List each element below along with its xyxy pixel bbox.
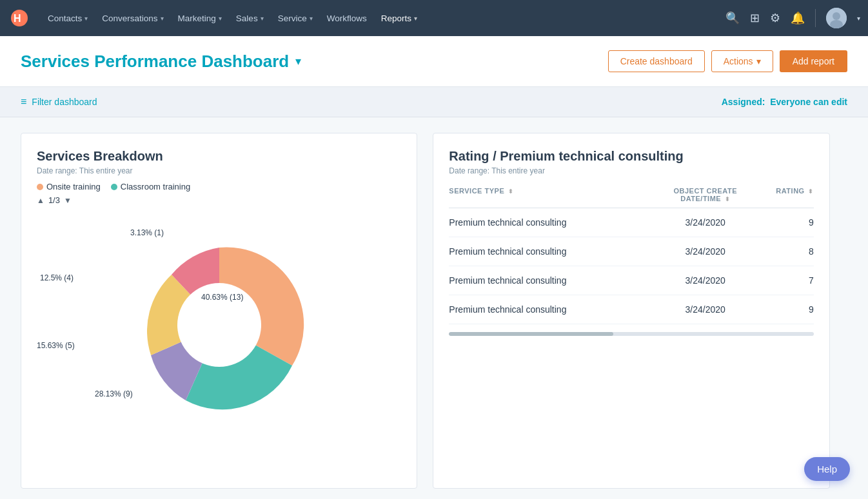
navbar: H Contacts ▾ Conversations ▾ Marketing ▾… [0,0,868,36]
cell-date-1: 3/24/2020 [660,246,751,257]
legend-onsite: Onsite training [37,182,101,191]
main-content: Services Breakdown Date range: This enti… [0,117,868,499]
card-right-date-range: Date range: This entire year [449,166,813,175]
donut-chart-container: 40.63% (13) 28.13% (9) 15.63% (5) 12.5% … [37,215,401,435]
assigned-value[interactable]: Everyone can edit [770,97,847,107]
gear-icon[interactable]: ⚙ [770,11,780,25]
rating-table: SERVICE TYPE ⬍ OBJECT CREATE DATE/TIME ⬍… [449,182,813,336]
filter-bar: ≡ Filter dashboard Assigned: Everyone ca… [0,87,868,117]
services-breakdown-card: Services Breakdown Date range: This enti… [21,133,417,489]
actions-button[interactable]: Actions ▾ [711,50,773,72]
segment-label-3: 15.63% (5) [37,341,75,350]
sort-icon: ⬍ [725,196,731,202]
filter-icon: ≡ [21,96,26,108]
sort-icon: ⬍ [808,188,814,195]
cell-service-2: Premium technical consulting [449,275,655,286]
cell-rating-1: 8 [756,246,814,257]
chevron-down-icon[interactable]: ▾ [857,15,860,22]
chevron-down-icon: ▾ [219,15,222,22]
chevron-down-icon: ▾ [261,15,264,22]
scrollbar-thumb [449,332,613,336]
header-actions: Create dashboard Actions ▾ Add report [608,50,847,72]
cell-rating-0: 9 [756,217,814,228]
nav-divider [815,9,816,27]
table-row: Premium technical consulting 3/24/2020 9 [449,295,813,324]
col-rating[interactable]: RATING ⬍ [756,187,814,202]
page-title-row: Services Performance Dashboard ▾ [21,52,301,72]
table-scrollbar[interactable] [449,332,813,336]
nav-item-workflows[interactable]: Workflows [321,8,373,28]
segment-label-4: 12.5% (4) [40,273,74,282]
col-date[interactable]: OBJECT CREATE DATE/TIME ⬍ [660,187,751,202]
filter-dashboard-link[interactable]: ≡ Filter dashboard [21,96,97,108]
col-service-type[interactable]: SERVICE TYPE ⬍ [449,187,655,202]
create-dashboard-button[interactable]: Create dashboard [608,50,705,72]
pagination-next-icon[interactable]: ▼ [64,196,72,205]
chart-pagination: ▲ 1/3 ▼ [37,195,401,205]
card-right-title: Rating / Premium technical consulting [449,149,813,164]
nav-item-conversations[interactable]: Conversations ▾ [95,8,170,28]
legend-dot-onsite [37,184,43,190]
nav-item-sales[interactable]: Sales ▾ [230,8,270,28]
legend-dot-classroom [111,184,117,190]
rating-card: Rating / Premium technical consulting Da… [433,133,829,489]
nav-right: 🔍 ⊞ ⚙ 🔔 ▾ [725,8,860,28]
chevron-down-icon: ▾ [161,15,164,22]
dashboard-dropdown-icon[interactable]: ▾ [295,54,301,68]
table-row: Premium technical consulting 3/24/2020 7 [449,266,813,295]
cell-service-3: Premium technical consulting [449,304,655,315]
table-header: SERVICE TYPE ⬍ OBJECT CREATE DATE/TIME ⬍… [449,182,813,208]
avatar[interactable] [826,8,847,28]
nav-item-service[interactable]: Service ▾ [271,8,319,28]
cell-service-1: Premium technical consulting [449,246,655,257]
card-left-date-range: Date range: This entire year [37,166,401,175]
chevron-down-icon: ▾ [414,15,417,22]
add-report-button[interactable]: Add report [780,50,847,72]
donut-chart [123,228,316,422]
chart-legend: Onsite training Classroom training [37,182,401,191]
nav-item-marketing[interactable]: Marketing ▾ [172,8,228,28]
cell-date-3: 3/24/2020 [660,304,751,315]
svg-point-3 [833,12,840,20]
svg-text:H: H [14,13,21,24]
chevron-down-icon: ▾ [84,15,88,22]
sort-icon: ⬍ [508,188,514,195]
cell-date-0: 3/24/2020 [660,217,751,228]
cell-service-0: Premium technical consulting [449,217,655,228]
search-icon[interactable]: 🔍 [725,11,740,25]
legend-classroom: Classroom training [111,182,190,191]
nav-logo[interactable]: H [8,6,31,30]
card-left-title: Services Breakdown [37,149,401,164]
nav-item-reports[interactable]: Reports ▾ [375,8,424,28]
nav-menu: Contacts ▾ Conversations ▾ Marketing ▾ S… [41,8,725,28]
cell-rating-3: 9 [756,304,814,315]
assigned-info: Assigned: Everyone can edit [722,97,847,107]
svg-point-5 [177,283,261,367]
help-button[interactable]: Help [804,457,850,481]
table-row: Premium technical consulting 3/24/2020 9 [449,208,813,237]
cell-date-2: 3/24/2020 [660,275,751,286]
chevron-down-icon: ▾ [756,56,761,66]
bell-icon[interactable]: 🔔 [791,11,805,25]
grid-icon[interactable]: ⊞ [750,11,760,25]
nav-item-contacts[interactable]: Contacts ▾ [41,8,94,28]
page-title: Services Performance Dashboard [21,52,289,72]
pagination-prev-icon[interactable]: ▲ [37,196,44,205]
chevron-down-icon: ▾ [310,15,313,22]
table-row: Premium technical consulting 3/24/2020 8 [449,237,813,266]
page-header: Services Performance Dashboard ▾ Create … [0,36,868,87]
cell-rating-2: 7 [756,275,814,286]
